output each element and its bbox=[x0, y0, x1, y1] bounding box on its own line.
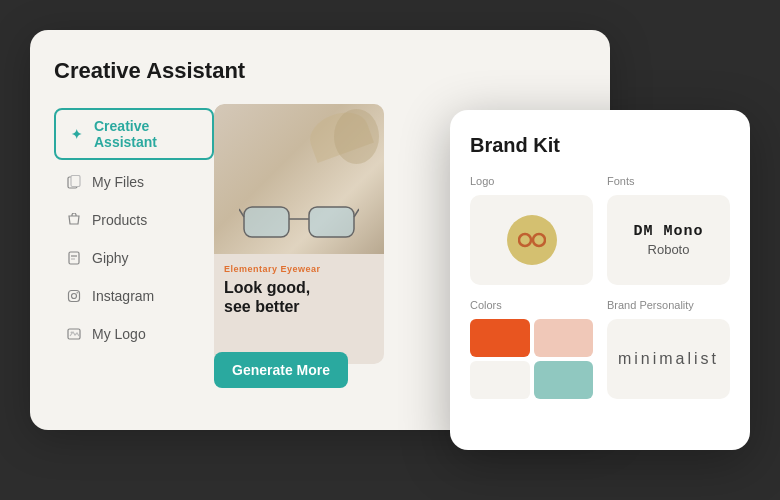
svg-point-7 bbox=[77, 292, 78, 293]
logo-label: Logo bbox=[470, 175, 593, 187]
sidebar-item-creative-assistant[interactable]: ✦ Creative Assistant bbox=[54, 108, 214, 160]
giphy-icon bbox=[66, 250, 82, 266]
brand-personality-label: Brand Personality bbox=[607, 299, 730, 311]
svg-rect-5 bbox=[69, 291, 80, 302]
fonts-section: Fonts DM Mono Roboto bbox=[607, 175, 730, 285]
ad-preview-card: Elementary Eyewear Look good,see better bbox=[214, 104, 384, 364]
svg-point-16 bbox=[533, 234, 545, 246]
logo-section: Logo bbox=[470, 175, 593, 285]
svg-line-13 bbox=[239, 209, 244, 217]
font-secondary: Roboto bbox=[648, 242, 690, 257]
font-primary: DM Mono bbox=[633, 223, 703, 240]
colors-grid bbox=[470, 319, 593, 399]
color-swatch-pink bbox=[534, 319, 594, 357]
svg-point-6 bbox=[72, 294, 77, 299]
logo-icon bbox=[507, 215, 557, 265]
color-swatch-teal bbox=[534, 361, 594, 399]
sidebar-item-instagram[interactable]: Instagram bbox=[54, 280, 214, 312]
wand-icon: ✦ bbox=[68, 126, 84, 142]
color-swatch-empty bbox=[470, 361, 530, 399]
svg-rect-1 bbox=[71, 176, 80, 187]
colors-label: Colors bbox=[470, 299, 593, 311]
generate-more-button[interactable]: Generate More bbox=[214, 352, 348, 388]
logo-box bbox=[470, 195, 593, 285]
ad-image bbox=[214, 104, 384, 254]
sidebar-item-my-logo[interactable]: My Logo bbox=[54, 318, 214, 350]
brand-kit-title: Brand Kit bbox=[470, 134, 730, 157]
my-logo-icon bbox=[66, 326, 82, 342]
sidebar-item-giphy[interactable]: Giphy bbox=[54, 242, 214, 274]
main-card-title: Creative Assistant bbox=[54, 58, 586, 84]
ad-headline: Look good,see better bbox=[224, 278, 374, 316]
files-icon bbox=[66, 174, 82, 190]
fonts-label: Fonts bbox=[607, 175, 730, 187]
svg-rect-11 bbox=[309, 207, 354, 237]
ad-text-area: Elementary Eyewear Look good,see better bbox=[214, 254, 384, 326]
sidebar-item-my-files[interactable]: My Files bbox=[54, 166, 214, 198]
brand-personality-section: Brand Personality minimalist bbox=[607, 299, 730, 399]
personality-box: minimalist bbox=[607, 319, 730, 399]
sidebar: ✦ Creative Assistant My Files bbox=[54, 104, 214, 402]
svg-point-15 bbox=[519, 234, 531, 246]
personality-value: minimalist bbox=[618, 350, 719, 368]
svg-rect-10 bbox=[244, 207, 289, 237]
svg-line-14 bbox=[354, 209, 359, 217]
brand-kit-card: Brand Kit Logo bbox=[450, 110, 750, 450]
svg-point-9 bbox=[71, 332, 73, 334]
products-icon bbox=[66, 212, 82, 228]
colors-section: Colors bbox=[470, 299, 593, 399]
instagram-icon bbox=[66, 288, 82, 304]
sidebar-item-products[interactable]: Products bbox=[54, 204, 214, 236]
svg-rect-2 bbox=[69, 252, 79, 264]
brand-kit-grid: Logo Fonts DM Mono bbox=[470, 175, 730, 399]
fonts-box: DM Mono Roboto bbox=[607, 195, 730, 285]
ad-brand: Elementary Eyewear bbox=[224, 264, 374, 274]
color-swatch-orange bbox=[470, 319, 530, 357]
